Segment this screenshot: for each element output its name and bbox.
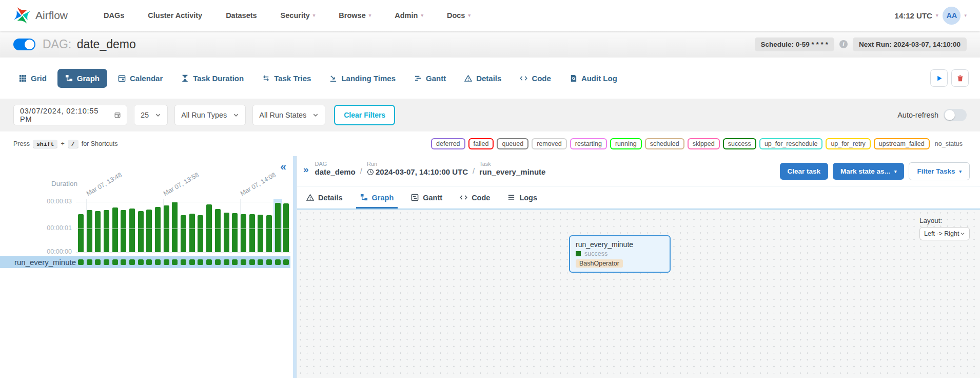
tab-grid[interactable]: Grid xyxy=(11,69,54,88)
duration-bar[interactable] xyxy=(119,199,128,252)
task-instance-square[interactable] xyxy=(224,259,229,265)
nav-item-browse[interactable]: Browse▾ xyxy=(339,11,371,20)
num-runs-select[interactable]: 25 xyxy=(134,105,168,125)
task-instance-square[interactable] xyxy=(95,259,101,265)
collapse-panel-icon[interactable]: « xyxy=(280,160,286,173)
clear-filters-button[interactable]: Clear Filters xyxy=(334,105,395,125)
duration-bar[interactable] xyxy=(256,199,265,252)
tab-gantt[interactable]: Gantt xyxy=(411,186,442,209)
legend-chip-up-for-reschedule[interactable]: up_for_reschedule xyxy=(759,138,823,149)
task-instance-square[interactable] xyxy=(189,259,195,265)
task-instance-square[interactable] xyxy=(206,259,212,265)
dag-pause-toggle[interactable] xyxy=(13,39,35,50)
duration-bar[interactable] xyxy=(128,199,136,252)
panel-resize-handle[interactable] xyxy=(293,156,297,378)
legend-chip-queued[interactable]: queued xyxy=(497,138,528,149)
auto-refresh-toggle[interactable] xyxy=(944,109,967,121)
legend-chip-removed[interactable]: removed xyxy=(532,138,567,149)
legend-chip-restarting[interactable]: restarting xyxy=(570,138,607,149)
breadcrumb-run[interactable]: Run 2024-03-07, 14:10:00 UTC xyxy=(367,161,468,176)
tab-gantt[interactable]: Gantt xyxy=(406,69,454,88)
task-instance-square[interactable] xyxy=(232,259,238,265)
task-instance-square[interactable] xyxy=(155,259,161,265)
tab-graph[interactable]: Graph xyxy=(57,69,107,88)
airflow-brand[interactable]: Airflow xyxy=(13,7,68,24)
duration-bar[interactable] xyxy=(282,199,291,252)
task-instance-square[interactable] xyxy=(138,259,144,265)
task-instance-square[interactable] xyxy=(129,259,135,265)
duration-bar[interactable] xyxy=(136,199,145,252)
user-menu[interactable]: AA ▾ xyxy=(943,7,967,25)
tab-task-tries[interactable]: Task Tries xyxy=(254,69,319,88)
task-instance-square[interactable] xyxy=(146,259,152,265)
tab-code[interactable]: Code xyxy=(512,69,559,88)
tab-task-duration[interactable]: Task Duration xyxy=(173,69,251,88)
duration-bar[interactable] xyxy=(230,199,239,252)
task-row-label[interactable]: run_every_minute xyxy=(0,258,76,267)
duration-bar[interactable] xyxy=(248,199,257,252)
legend-chip-running[interactable]: running xyxy=(610,138,642,149)
task-instance-square[interactable] xyxy=(87,259,92,265)
legend-chip-success[interactable]: success xyxy=(723,138,756,149)
task-instance-square[interactable] xyxy=(172,259,178,265)
tab-details[interactable]: Details xyxy=(306,186,343,209)
task-instance-square[interactable] xyxy=(198,259,203,265)
task-instance-square[interactable] xyxy=(249,259,255,265)
duration-bar[interactable] xyxy=(205,199,213,252)
tab-calendar[interactable]: Calendar xyxy=(110,69,170,88)
trigger-dag-button[interactable] xyxy=(930,69,948,87)
task-instance-square[interactable] xyxy=(104,259,109,265)
duration-bar[interactable] xyxy=(188,199,197,252)
task-instance-square[interactable] xyxy=(181,259,186,265)
tab-logs[interactable]: Logs xyxy=(507,186,537,209)
duration-bar[interactable] xyxy=(111,199,120,252)
task-instance-square[interactable] xyxy=(241,259,246,265)
duration-bar[interactable] xyxy=(213,199,222,252)
timezone-selector[interactable]: 14:12 UTC ▾ xyxy=(895,11,938,20)
duration-bar[interactable] xyxy=(273,199,282,252)
duration-bar[interactable] xyxy=(265,199,273,252)
duration-bar[interactable] xyxy=(197,199,205,252)
legend-chip-up-for-retry[interactable]: up_for_retry xyxy=(826,138,870,149)
task-instance-square[interactable] xyxy=(258,259,263,265)
duration-bar[interactable] xyxy=(179,199,188,252)
tab-graph[interactable]: Graph xyxy=(360,186,394,209)
filter-tasks-button[interactable]: Filter Tasks ▾ xyxy=(909,162,970,180)
nav-item-datasets[interactable]: Datasets xyxy=(226,11,257,20)
nav-item-security[interactable]: Security▾ xyxy=(281,11,316,20)
expand-panel-icon[interactable]: » xyxy=(303,164,309,175)
legend-chip-scheduled[interactable]: scheduled xyxy=(645,138,684,149)
run-states-select[interactable]: All Run States xyxy=(252,105,325,125)
tab-audit-log[interactable]: Audit Log xyxy=(562,69,625,88)
clear-task-button[interactable]: Clear task xyxy=(780,163,829,180)
run-types-select[interactable]: All Run Types xyxy=(174,105,246,125)
tab-landing-times[interactable]: Landing Times xyxy=(322,69,403,88)
nav-item-dags[interactable]: DAGs xyxy=(104,11,124,20)
task-instance-square[interactable] xyxy=(266,259,272,265)
task-instance-square[interactable] xyxy=(78,259,84,265)
base-date-input[interactable]: 03/07/2024, 02:10:55 PM xyxy=(13,105,127,125)
graph-canvas[interactable]: run_every_minute success BashOperator La… xyxy=(297,209,980,378)
duration-bar[interactable] xyxy=(153,199,162,252)
task-instance-square[interactable] xyxy=(112,259,118,265)
legend-chip-deferred[interactable]: deferred xyxy=(431,138,465,149)
task-instance-square[interactable] xyxy=(121,259,126,265)
task-instance-square[interactable] xyxy=(164,259,169,265)
duration-bar[interactable] xyxy=(102,199,111,252)
legend-chip-upstream-failed[interactable]: upstream_failed xyxy=(874,138,930,149)
duration-bar[interactable] xyxy=(222,199,231,252)
duration-bar[interactable] xyxy=(171,199,180,252)
tab-code[interactable]: Code xyxy=(460,186,490,209)
layout-select[interactable]: Left -> Right xyxy=(919,227,970,240)
task-node[interactable]: run_every_minute success BashOperator xyxy=(569,235,671,273)
duration-bar[interactable] xyxy=(145,199,154,252)
tab-details[interactable]: Details xyxy=(457,69,509,88)
duration-bar[interactable] xyxy=(76,199,85,252)
mark-state-button[interactable]: Mark state as... ▾ xyxy=(833,163,904,180)
task-instance-square[interactable] xyxy=(215,259,221,265)
breadcrumb-task[interactable]: Task run_every_minute xyxy=(479,161,545,176)
task-instance-square[interactable] xyxy=(283,259,289,265)
legend-chip-no-status[interactable]: no_status xyxy=(933,139,967,148)
nav-item-docs[interactable]: Docs▾ xyxy=(447,11,471,20)
legend-chip-failed[interactable]: failed xyxy=(468,138,494,149)
